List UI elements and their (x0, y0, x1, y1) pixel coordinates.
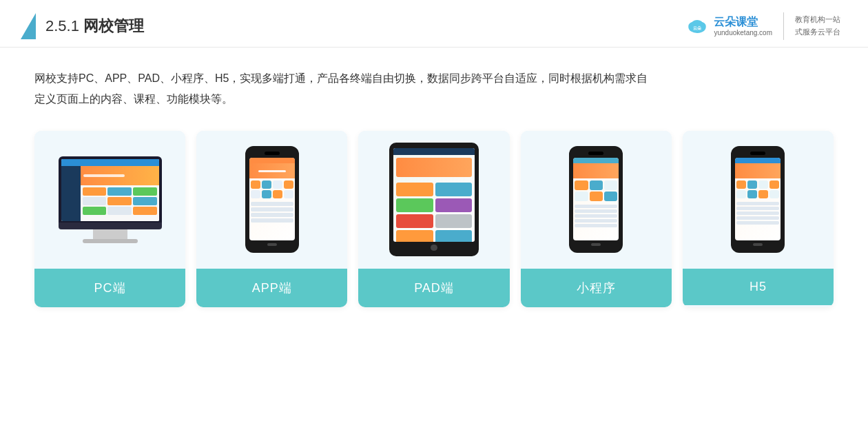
pc-grid-item (83, 197, 107, 205)
h5-grid-item (747, 180, 757, 189)
h5-screen-content (735, 158, 781, 240)
app-icon (262, 190, 271, 198)
h5-rows (735, 200, 781, 227)
brand-text: 云朵课堂 yunduoketang.com (714, 15, 772, 37)
mini-rows (573, 203, 619, 230)
h5-grid-item (747, 190, 757, 198)
card-h5-label: H5 (683, 269, 834, 305)
mini-row (575, 209, 617, 213)
pc-screen-content (61, 159, 159, 221)
phone-app-screen (249, 158, 295, 240)
pc-grid-item (107, 197, 132, 205)
card-h5-image (683, 131, 834, 269)
pc-header-bar (61, 159, 159, 166)
phone-mini-device (569, 146, 623, 253)
tablet-body (389, 143, 479, 256)
card-miniprogram: 小程序 (521, 131, 672, 307)
cards-grid: PC端 (34, 131, 834, 307)
pc-grid-item (107, 187, 132, 196)
app-row (251, 207, 293, 211)
h5-header (735, 158, 781, 163)
description-text: 网校支持PC、APP、PAD、小程序、H5，实现多端打通，产品各终端自由切换，数… (34, 68, 654, 110)
pc-grid (81, 185, 159, 217)
app-icon (262, 180, 271, 189)
h5-grid (735, 178, 781, 200)
card-app-image (196, 131, 347, 269)
phone-h5-body (731, 146, 785, 253)
mini-grid-item (575, 192, 588, 201)
mini-row (575, 219, 617, 223)
mini-grid-item (604, 180, 617, 190)
card-pad: PAD端 (358, 131, 509, 307)
page-title: 2.5.1 网校管理 (45, 16, 144, 37)
cloud-icon: 云朵 (685, 14, 710, 39)
pc-grid-item (107, 207, 132, 215)
pad-screen-content (393, 148, 475, 241)
h5-grid-item (758, 180, 768, 189)
card-pc-image (34, 131, 185, 269)
card-app: APP端 (196, 131, 347, 307)
tab-item (396, 214, 433, 228)
phone-app-device (245, 146, 299, 253)
monitor-bezel (59, 223, 162, 229)
card-pad-label: PAD端 (358, 269, 509, 307)
brand-logo-area: 云朵 云朵课堂 yunduoketang.com (685, 14, 772, 39)
phone-app-body (245, 146, 299, 253)
app-screen-content (249, 158, 295, 240)
logo-triangle-icon (21, 13, 36, 39)
h5-row (736, 216, 779, 220)
h5-grid-item (736, 190, 746, 198)
app-banner-text (258, 170, 286, 172)
mini-row (575, 214, 617, 218)
content-area: 网校支持PC、APP、PAD、小程序、H5，实现多端打通，产品各终端自由切换，数… (0, 48, 868, 321)
h5-row (736, 207, 779, 210)
mini-screen-content (573, 158, 619, 240)
tab-item (435, 198, 473, 212)
phone-h5-screen (735, 158, 781, 240)
h5-row (736, 211, 779, 215)
pc-sidebar (61, 166, 81, 221)
mini-grid-item (590, 180, 603, 190)
mini-header (573, 158, 619, 163)
h5-banner (735, 163, 781, 178)
mini-grid-item (590, 192, 603, 201)
phone-mini-screen (573, 158, 619, 240)
card-miniprogram-label: 小程序 (521, 269, 672, 307)
tab-content (393, 180, 475, 241)
app-rows (249, 200, 295, 225)
phone-h5-device (731, 146, 785, 253)
tab-header (393, 148, 475, 155)
brand-divider (783, 12, 784, 40)
tab-item (435, 183, 473, 196)
phone-notch (750, 152, 765, 155)
pc-grid-item (133, 207, 157, 215)
pc-grid-item (83, 187, 107, 196)
card-miniprogram-image (521, 131, 672, 269)
tab-item (435, 214, 473, 228)
mini-row (575, 224, 617, 227)
monitor-stand (93, 229, 127, 239)
h5-row (736, 221, 779, 225)
app-row (251, 218, 293, 223)
phone-notch (265, 152, 280, 155)
pc-banner (81, 166, 159, 185)
mini-grid-item (604, 192, 617, 201)
app-row (251, 213, 293, 217)
brand-slogan: 教育机构一站 式服务云平台 (795, 14, 840, 38)
tab-item (435, 230, 473, 241)
app-row (251, 202, 293, 206)
app-icon (284, 180, 293, 189)
mini-banner (573, 163, 619, 178)
mini-row (575, 205, 617, 208)
app-banner (249, 163, 295, 178)
phone-mini-body (569, 146, 623, 253)
h5-grid-item (769, 180, 779, 189)
monitor-screen-wrap (59, 156, 162, 223)
header-left: 2.5.1 网校管理 (21, 13, 144, 39)
app-icon (284, 190, 293, 198)
app-icon (273, 180, 282, 189)
monitor-screen (61, 159, 159, 221)
app-header-bar (249, 158, 295, 163)
phone-home-button (753, 243, 763, 246)
header-right: 云朵 云朵课堂 yunduoketang.com 教育机构一站 式服务云平台 (685, 12, 840, 40)
